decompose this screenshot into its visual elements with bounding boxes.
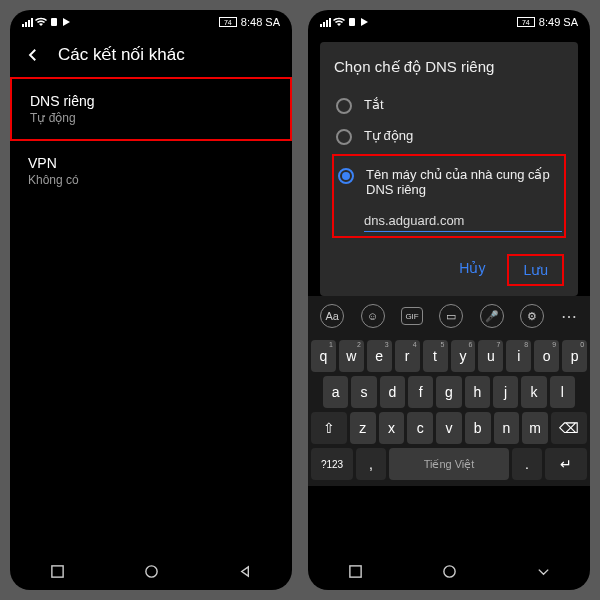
kb-row2: asdfghjkl [311, 376, 587, 408]
battery-icon: 74 [517, 17, 535, 27]
key-d[interactable]: d [380, 376, 405, 408]
key-z[interactable]: z [350, 412, 376, 444]
nav-recent-icon[interactable] [348, 564, 363, 579]
key-q[interactable]: q1 [311, 340, 336, 372]
kb-row4: ?123 , Tiếng Việt . ↵ [311, 448, 587, 480]
key-t[interactable]: t5 [423, 340, 448, 372]
key-a[interactable]: a [323, 376, 348, 408]
symbols-key[interactable]: ?123 [311, 448, 353, 480]
emoji-icon[interactable]: ☺ [361, 304, 385, 328]
gif-icon[interactable]: GIF [401, 307, 423, 325]
svg-rect-3 [349, 18, 355, 26]
play-icon [359, 17, 369, 27]
data-icon [49, 17, 59, 27]
svg-rect-4 [349, 565, 360, 576]
settings-icon[interactable]: ⚙ [520, 304, 544, 328]
clock: 8:48 SA [241, 16, 280, 28]
key-g[interactable]: g [436, 376, 461, 408]
radio-icon [336, 129, 352, 145]
settings-header: Các kết nối khác [10, 32, 292, 77]
keyboard: q1w2e3r4t5y6u7i8o9p0 asdfghjkl ⇧ zxcvbnm… [308, 336, 590, 486]
key-r[interactable]: r4 [395, 340, 420, 372]
key-u[interactable]: u7 [478, 340, 503, 372]
key-p[interactable]: p0 [562, 340, 587, 372]
play-icon [61, 17, 71, 27]
key-h[interactable]: h [465, 376, 490, 408]
svg-point-2 [145, 565, 156, 576]
nav-home-icon[interactable] [144, 564, 159, 579]
key-m[interactable]: m [522, 412, 548, 444]
page-title: Các kết nối khác [58, 44, 185, 65]
statusbar: 74 8:49 SA [308, 10, 590, 32]
clock: 8:49 SA [539, 16, 578, 28]
key-o[interactable]: o9 [534, 340, 559, 372]
svg-rect-0 [51, 18, 57, 26]
key-l[interactable]: l [550, 376, 575, 408]
period-key[interactable]: . [512, 448, 542, 480]
nav-back-icon[interactable] [238, 564, 253, 579]
nav-home-icon[interactable] [442, 564, 457, 579]
dialog-title: Chọn chế độ DNS riêng [334, 58, 564, 76]
svg-rect-1 [51, 565, 62, 576]
key-v[interactable]: v [436, 412, 462, 444]
nav-keyboard-down-icon[interactable] [536, 564, 551, 579]
key-i[interactable]: i8 [506, 340, 531, 372]
kb-row1: q1w2e3r4t5y6u7i8o9p0 [311, 340, 587, 372]
statusbar: 74 8:48 SA [10, 10, 292, 32]
radio-icon [338, 168, 354, 184]
dns-hostname-input[interactable]: dns.adguard.com [364, 210, 562, 232]
wifi-icon [35, 17, 47, 27]
radio-label: Tên máy chủ của nhà cung cấp DNS riêng [366, 167, 560, 197]
wifi-icon [333, 17, 345, 27]
row-vpn[interactable]: VPN Không có [10, 141, 292, 201]
battery-icon: 74 [219, 17, 237, 27]
phone-right: 74 8:49 SA Chọn chế độ DNS riêng Tắt Tự … [308, 10, 590, 590]
nav-recent-icon[interactable] [50, 564, 65, 579]
key-f[interactable]: f [408, 376, 433, 408]
dns-mode-dialog: Chọn chế độ DNS riêng Tắt Tự động Tên má… [320, 42, 578, 296]
key-j[interactable]: j [493, 376, 518, 408]
font-icon[interactable]: Aa [320, 304, 344, 328]
back-icon[interactable] [24, 46, 42, 64]
navbar [10, 552, 292, 590]
dns-title: DNS riêng [30, 93, 272, 109]
key-e[interactable]: e3 [367, 340, 392, 372]
key-b[interactable]: b [465, 412, 491, 444]
key-n[interactable]: n [494, 412, 520, 444]
phone-left: 74 8:48 SA Các kết nối khác DNS riêng Tự… [10, 10, 292, 590]
signal-icon [320, 18, 331, 27]
key-c[interactable]: c [407, 412, 433, 444]
key-s[interactable]: s [351, 376, 376, 408]
radio-label: Tự động [364, 128, 413, 143]
highlight-provider: Tên máy chủ của nhà cung cấp DNS riêng d… [332, 154, 566, 238]
cancel-button[interactable]: Hủy [445, 254, 499, 286]
key-y[interactable]: y6 [451, 340, 476, 372]
vpn-title: VPN [28, 155, 274, 171]
signal-icon [22, 18, 33, 27]
shift-key[interactable]: ⇧ [311, 412, 347, 444]
more-icon[interactable]: ⋯ [561, 307, 578, 326]
key-x[interactable]: x [379, 412, 405, 444]
save-button[interactable]: Lưu [507, 254, 564, 286]
enter-key[interactable]: ↵ [545, 448, 587, 480]
vpn-subtitle: Không có [28, 173, 274, 187]
dns-subtitle: Tự động [30, 111, 272, 125]
radio-icon [336, 98, 352, 114]
radio-auto[interactable]: Tự động [334, 121, 564, 152]
navbar [308, 552, 590, 590]
key-k[interactable]: k [521, 376, 546, 408]
space-key[interactable]: Tiếng Việt [389, 448, 509, 480]
voice-icon[interactable]: 🎤 [480, 304, 504, 328]
kb-row3: ⇧ zxcvbnm ⌫ [311, 412, 587, 444]
radio-label: Tắt [364, 97, 384, 112]
key-w[interactable]: w2 [339, 340, 364, 372]
radio-off[interactable]: Tắt [334, 90, 564, 121]
radio-provider[interactable]: Tên máy chủ của nhà cung cấp DNS riêng [336, 160, 562, 204]
svg-point-5 [443, 565, 454, 576]
backspace-key[interactable]: ⌫ [551, 412, 587, 444]
comma-key[interactable]: , [356, 448, 386, 480]
sticker-icon[interactable]: ▭ [439, 304, 463, 328]
data-icon [347, 17, 357, 27]
row-dns-private[interactable]: DNS riêng Tự động [10, 77, 292, 141]
keyboard-toolbar: Aa ☺ GIF ▭ 🎤 ⚙ ⋯ [308, 296, 590, 336]
